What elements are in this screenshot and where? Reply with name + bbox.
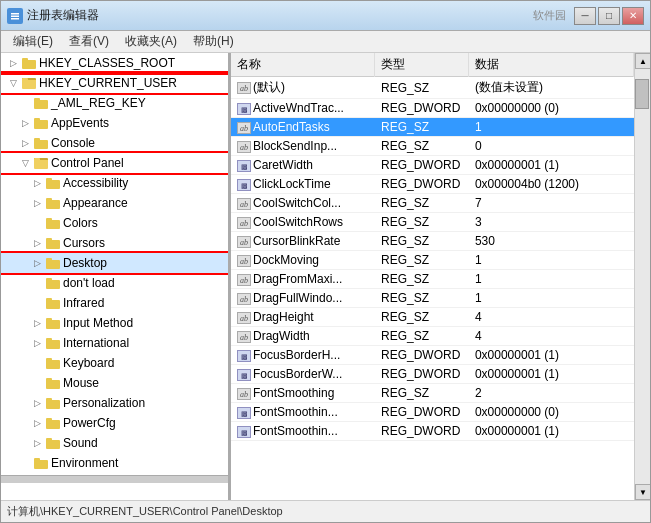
table-row[interactable]: abBlockSendInp...REG_SZ0 [231, 137, 634, 156]
tree-item-classes-root[interactable]: ▷ HKEY_CLASSES_ROOT [1, 53, 228, 73]
cell-type: REG_SZ [375, 77, 469, 99]
expand-mouse [29, 375, 45, 391]
tree-label-classes-root: HKEY_CLASSES_ROOT [39, 56, 175, 70]
col-header-type[interactable]: 类型 [375, 53, 469, 77]
table-row[interactable]: abCoolSwitchRowsREG_SZ3 [231, 213, 634, 232]
cell-name: abCoolSwitchRows [231, 213, 375, 232]
scroll-down-btn[interactable]: ▼ [635, 484, 650, 500]
tree-item-current-user[interactable]: ▽ HKEY_CURRENT_USER [1, 73, 228, 93]
expand-powercfg[interactable]: ▷ [29, 415, 45, 431]
table-row[interactable]: abAutoEndTasksREG_SZ1 [231, 118, 634, 137]
tree-item-personalization[interactable]: ▷ Personalization [1, 393, 228, 413]
cell-data: 1 [469, 118, 634, 137]
expand-classes-root[interactable]: ▷ [5, 55, 21, 71]
tree-item-aml[interactable]: _AML_REG_KEY [1, 93, 228, 113]
table-row[interactable]: abDragFullWindo...REG_SZ1 [231, 289, 634, 308]
tree-item-cursors[interactable]: ▷ Cursors [1, 233, 228, 253]
tree-item-control-panel[interactable]: ▽ Control Panel [1, 153, 228, 173]
expand-current-user[interactable]: ▽ [5, 75, 21, 91]
tree-item-colors[interactable]: Colors [1, 213, 228, 233]
table-row[interactable]: abCoolSwitchCol...REG_SZ7 [231, 194, 634, 213]
table-row[interactable]: abCursorBlinkRateREG_SZ530 [231, 232, 634, 251]
expand-sound[interactable]: ▷ [29, 435, 45, 451]
cell-name: abDragWidth [231, 327, 375, 346]
cell-name: abAutoEndTasks [231, 118, 375, 137]
menu-edit[interactable]: 编辑(E) [5, 31, 61, 52]
expand-cursors[interactable]: ▷ [29, 235, 45, 251]
reg-dword-icon: ▩ [237, 407, 251, 419]
window-controls: ─ □ ✕ [574, 7, 644, 25]
table-row[interactable]: ▩FontSmoothin...REG_DWORD0x00000000 (0) [231, 403, 634, 422]
menu-view[interactable]: 查看(V) [61, 31, 117, 52]
expand-appevents[interactable]: ▷ [17, 115, 33, 131]
status-path: 计算机\HKEY_CURRENT_USER\Control Panel\Desk… [7, 504, 283, 519]
registry-editor-window: 注册表编辑器 软件园 ─ □ ✕ 编辑(E) 查看(V) 收藏夹(A) 帮助(H… [0, 0, 651, 523]
scroll-thumb[interactable] [635, 79, 649, 109]
expand-appearance[interactable]: ▷ [29, 195, 45, 211]
table-row[interactable]: abFontSmoothingREG_SZ2 [231, 384, 634, 403]
cell-type: REG_SZ [375, 251, 469, 270]
tree-item-mouse[interactable]: Mouse [1, 373, 228, 393]
menu-help[interactable]: 帮助(H) [185, 31, 242, 52]
table-row[interactable]: ▩FocusBorderW...REG_DWORD0x00000001 (1) [231, 365, 634, 384]
folder-icon-dontload [45, 275, 61, 291]
cell-type: REG_DWORD [375, 365, 469, 384]
detail-scroll[interactable]: 名称 类型 数据 ab(默认)REG_SZ(数值未设置)▩ActiveWndTr… [231, 53, 634, 500]
table-row[interactable]: ▩FocusBorderH...REG_DWORD0x00000001 (1) [231, 346, 634, 365]
expand-inputmethod[interactable]: ▷ [29, 315, 45, 331]
col-header-data[interactable]: 数据 [469, 53, 634, 77]
tree-item-desktop[interactable]: ▷ Desktop [1, 253, 228, 273]
expand-international[interactable]: ▷ [29, 335, 45, 351]
tree-item-appevents[interactable]: ▷ AppEvents [1, 113, 228, 133]
table-row[interactable]: abDragWidthREG_SZ4 [231, 327, 634, 346]
detail-pane: 名称 类型 数据 ab(默认)REG_SZ(数值未设置)▩ActiveWndTr… [231, 53, 634, 500]
table-row[interactable]: abDragHeightREG_SZ4 [231, 308, 634, 327]
table-row[interactable]: abDockMovingREG_SZ1 [231, 251, 634, 270]
cell-type: REG_SZ [375, 270, 469, 289]
tree-scrollbar[interactable] [1, 475, 228, 483]
tree-item-environment[interactable]: Environment [1, 453, 228, 473]
expand-desktop[interactable]: ▷ [29, 255, 45, 271]
tree-label-appevents: AppEvents [51, 116, 109, 130]
menu-favorites[interactable]: 收藏夹(A) [117, 31, 185, 52]
tree-item-keyboard[interactable]: Keyboard [1, 353, 228, 373]
expand-personalization[interactable]: ▷ [29, 395, 45, 411]
tree-label-international: International [63, 336, 129, 350]
expand-console[interactable]: ▷ [17, 135, 33, 151]
scroll-track[interactable] [635, 69, 650, 484]
tree-item-console[interactable]: ▷ Console [1, 133, 228, 153]
table-row[interactable]: abDragFromMaxi...REG_SZ1 [231, 270, 634, 289]
expand-control-panel[interactable]: ▽ [17, 155, 33, 171]
cell-type: REG_DWORD [375, 422, 469, 441]
table-row[interactable]: ▩CaretWidthREG_DWORD0x00000001 (1) [231, 156, 634, 175]
tree-item-accessibility[interactable]: ▷ Accessibility [1, 173, 228, 193]
cell-name: ▩CaretWidth [231, 156, 375, 175]
table-row[interactable]: ab(默认)REG_SZ(数值未设置) [231, 77, 634, 99]
expand-accessibility[interactable]: ▷ [29, 175, 45, 191]
cell-name: abDragFullWindo... [231, 289, 375, 308]
tree-item-inputmethod[interactable]: ▷ Input Method [1, 313, 228, 333]
close-button[interactable]: ✕ [622, 7, 644, 25]
cell-data: 7 [469, 194, 634, 213]
table-row[interactable]: ▩ActiveWndTrac...REG_DWORD0x00000000 (0) [231, 99, 634, 118]
cell-data: 0 [469, 137, 634, 156]
tree-item-powercfg[interactable]: ▷ PowerCfg [1, 413, 228, 433]
tree-item-sound[interactable]: ▷ Sound [1, 433, 228, 453]
tree-item-infrared[interactable]: Infrared [1, 293, 228, 313]
cell-data: 4 [469, 308, 634, 327]
minimize-button[interactable]: ─ [574, 7, 596, 25]
table-row[interactable]: ▩ClickLockTimeREG_DWORD0x000004b0 (1200) [231, 175, 634, 194]
svg-rect-2 [11, 15, 19, 17]
tree-label-powercfg: PowerCfg [63, 416, 116, 430]
tree-item-appearance[interactable]: ▷ Appearance [1, 193, 228, 213]
cell-name: ▩ActiveWndTrac... [231, 99, 375, 118]
folder-icon-keyboard [45, 355, 61, 371]
tree-pane[interactable]: ▷ HKEY_CLASSES_ROOT ▽ HKEY_CURRENT_USER … [1, 53, 231, 500]
tree-item-dontload[interactable]: don't load [1, 273, 228, 293]
tree-item-international[interactable]: ▷ International [1, 333, 228, 353]
table-row[interactable]: ▩FontSmoothin...REG_DWORD0x00000001 (1) [231, 422, 634, 441]
maximize-button[interactable]: □ [598, 7, 620, 25]
detail-scrollbar[interactable]: ▲ ▼ [634, 53, 650, 500]
col-header-name[interactable]: 名称 [231, 53, 375, 77]
scroll-up-btn[interactable]: ▲ [635, 53, 650, 69]
